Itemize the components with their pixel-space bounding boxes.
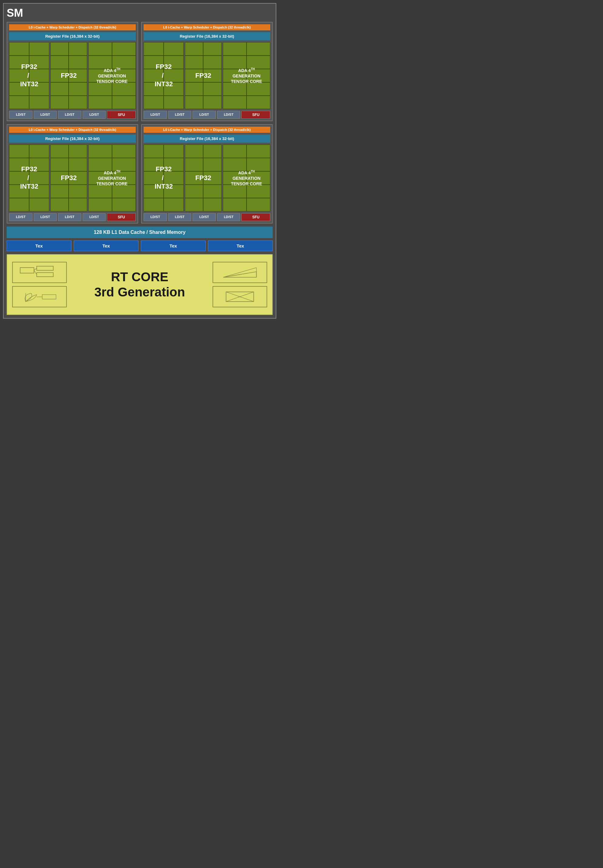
svg-rect-0 xyxy=(20,268,34,273)
svg-line-3 xyxy=(34,268,37,270)
ldst-0-2: LD/ST xyxy=(58,111,81,119)
l0-cache-bar-1: L0 i-Cache + Warp Scheduler + Dispatch (… xyxy=(144,24,270,30)
register-file-bar-2: Register File (16,384 x 32-bit) xyxy=(9,135,136,143)
fp32-col-1: FP32 xyxy=(185,42,221,109)
rt-diagram-bottom-left xyxy=(12,286,67,307)
tex-row: Tex Tex Tex Tex xyxy=(7,241,273,251)
quadrant-grid: L0 i-Cache + Warp Scheduler + Dispatch (… xyxy=(7,22,273,224)
register-file-bar-3: Register File (16,384 x 32-bit) xyxy=(144,135,270,143)
ldst-row-3: LD/ST LD/ST LD/ST LD/ST SFU xyxy=(144,213,270,221)
ldst-1-0: LD/ST xyxy=(144,111,167,119)
tex-unit-2: Tex xyxy=(141,241,206,251)
compute-section-3: FP32/ INT32 FP32 xyxy=(144,145,270,211)
ldst-2-1: LD/ST xyxy=(34,213,57,221)
tensor-col-2: ADA 4thGENERATIONTENSOR CORE xyxy=(88,145,136,211)
register-file-bar-0: Register File (16,384 x 32-bit) xyxy=(9,32,136,40)
tex-unit-0: Tex xyxy=(7,241,71,251)
rt-core-label: RT CORE 3rd Generation xyxy=(92,269,188,300)
rt-diagram-top-right xyxy=(213,262,267,283)
rt-core-diagrams-right xyxy=(188,262,267,307)
register-file-bar-1: Register File (16,384 x 32-bit) xyxy=(144,32,270,40)
l0-cache-bar-3: L0 i-Cache + Warp Scheduler + Dispatch (… xyxy=(144,127,270,133)
compute-section-0: FP32/ INT32 FP32 xyxy=(9,42,136,109)
ldst-0-3: LD/ST xyxy=(83,111,106,119)
svg-line-4 xyxy=(34,270,37,275)
ldst-2-3: LD/ST xyxy=(83,213,106,221)
fp32-int32-col-3: FP32/ INT32 xyxy=(144,145,184,211)
svg-rect-6 xyxy=(42,295,56,299)
sfu-3: SFU xyxy=(241,213,270,221)
svg-rect-2 xyxy=(37,272,53,277)
sfu-2: SFU xyxy=(107,213,136,221)
ldst-1-3: LD/ST xyxy=(217,111,240,119)
quadrant-1: L0 i-Cache + Warp Scheduler + Dispatch (… xyxy=(141,22,273,121)
ldst-2-2: LD/ST xyxy=(58,213,81,221)
ldst-row-2: LD/ST LD/ST LD/ST LD/ST SFU xyxy=(9,213,136,221)
sfu-0: SFU xyxy=(107,111,136,119)
svg-rect-1 xyxy=(37,266,53,271)
quadrant-0: L0 i-Cache + Warp Scheduler + Dispatch (… xyxy=(7,22,138,121)
fp32-col-3: FP32 xyxy=(185,145,221,211)
quadrant-2: L0 i-Cache + Warp Scheduler + Dispatch (… xyxy=(7,124,138,224)
compute-section-2: FP32/ INT32 FP32 xyxy=(9,145,136,211)
tensor-col-0: ADA 4thGENERATIONTENSOR CORE xyxy=(88,42,136,109)
ldst-row-1: LD/ST LD/ST LD/ST LD/ST SFU xyxy=(144,111,270,119)
tex-unit-1: Tex xyxy=(74,241,138,251)
fp32-int32-col-2: FP32/ INT32 xyxy=(9,145,49,211)
tensor-col-1: ADA 4thGENERATIONTENSOR CORE xyxy=(223,42,270,109)
ldst-row-0: LD/ST LD/ST LD/ST LD/ST SFU xyxy=(9,111,136,119)
rt-core-diagrams-left xyxy=(12,262,92,307)
fp32-col-0: FP32 xyxy=(50,42,87,109)
ldst-3-1: LD/ST xyxy=(168,213,192,221)
rt-diagram-top-left xyxy=(12,262,67,283)
quadrant-3: L0 i-Cache + Warp Scheduler + Dispatch (… xyxy=(141,124,273,224)
ldst-1-2: LD/ST xyxy=(192,111,216,119)
l1-cache-bar: 128 KB L1 Data Cache / Shared Memory xyxy=(7,227,273,238)
tensor-col-3: ADA 4thGENERATIONTENSOR CORE xyxy=(223,145,270,211)
sm-container: SM L0 i-Cache + Warp Scheduler + Dispatc… xyxy=(3,3,276,319)
ldst-3-2: LD/ST xyxy=(192,213,216,221)
l0-cache-bar-2: L0 i-Cache + Warp Scheduler + Dispatch (… xyxy=(9,127,136,133)
ldst-0-1: LD/ST xyxy=(34,111,57,119)
tex-unit-3: Tex xyxy=(208,241,273,251)
rt-diagram-bottom-right xyxy=(213,286,267,307)
l0-cache-bar-0: L0 i-Cache + Warp Scheduler + Dispatch (… xyxy=(9,24,136,30)
sfu-1: SFU xyxy=(241,111,270,119)
sm-title: SM xyxy=(7,7,273,19)
fp32-int32-col-1: FP32/ INT32 xyxy=(144,42,184,109)
fp32-int32-col-0: FP32/ INT32 xyxy=(9,42,49,109)
ldst-3-0: LD/ST xyxy=(144,213,167,221)
fp32-col-2: FP32 xyxy=(50,145,87,211)
ldst-1-1: LD/ST xyxy=(168,111,192,119)
ldst-2-0: LD/ST xyxy=(9,213,32,221)
rt-core-section: RT CORE 3rd Generation xyxy=(7,254,273,315)
compute-section-1: FP32/ INT32 FP32 xyxy=(144,42,270,109)
ldst-3-3: LD/ST xyxy=(217,213,240,221)
rt-core-text: RT CORE 3rd Generation xyxy=(92,269,188,300)
ldst-0-0: LD/ST xyxy=(9,111,32,119)
